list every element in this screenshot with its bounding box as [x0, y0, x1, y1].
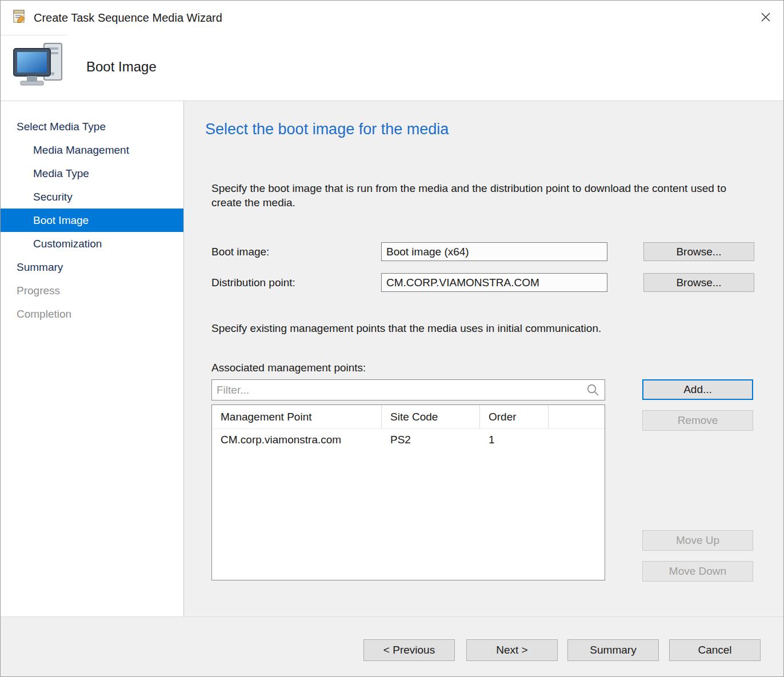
cell-order: 1 — [480, 429, 549, 451]
filter-box — [211, 379, 605, 400]
remove-button: Remove — [642, 410, 753, 431]
associated-management-points-label: Associated management points: — [211, 362, 366, 374]
management-points-intro: Specify existing management points that … — [211, 322, 601, 335]
page-title: Boot Image — [86, 59, 157, 75]
table-header: Management Point Site Code Order — [212, 405, 605, 429]
summary-button[interactable]: Summary — [567, 639, 659, 661]
sidebar-item-select-media-type[interactable]: Select Media Type — [1, 115, 183, 138]
cancel-button[interactable]: Cancel — [669, 639, 761, 661]
sidebar-item-security[interactable]: Security — [1, 185, 183, 209]
column-header-management-point[interactable]: Management Point — [212, 405, 382, 428]
table-row[interactable]: CM.corp.viamonstra.com PS2 1 — [212, 429, 605, 451]
wizard-steps-sidebar: Select Media Type Media Management Media… — [1, 101, 184, 616]
sidebar-item-progress: Progress — [1, 279, 183, 302]
add-button[interactable]: Add... — [642, 379, 753, 400]
cell-site-code: PS2 — [382, 429, 480, 451]
distribution-point-input[interactable] — [381, 273, 607, 292]
move-down-button: Move Down — [642, 561, 753, 582]
sidebar-item-customization[interactable]: Customization — [1, 232, 183, 255]
management-points-table: Management Point Site Code Order CM.corp… — [211, 404, 605, 580]
divider — [1, 35, 67, 35]
cell-management-point: CM.corp.viamonstra.com — [212, 429, 382, 451]
title-bar: Create Task Sequence Media Wizard — [1, 1, 783, 35]
computer-icon — [12, 41, 67, 97]
intro-text: Specify the boot image that is run from … — [211, 181, 749, 210]
sidebar-item-media-management[interactable]: Media Management — [1, 138, 183, 162]
window-title: Create Task Sequence Media Wizard — [34, 11, 756, 25]
previous-button[interactable]: < Previous — [363, 639, 455, 661]
close-button[interactable] — [756, 8, 775, 27]
boot-image-browse-button[interactable]: Browse... — [643, 242, 754, 261]
boot-image-row: Boot image: Browse... — [211, 242, 754, 261]
close-icon — [761, 12, 771, 24]
distribution-point-row: Distribution point: Browse... — [211, 273, 754, 292]
sidebar-item-completion: Completion — [1, 302, 183, 326]
wizard-header: Boot Image — [1, 35, 783, 101]
boot-image-input[interactable] — [381, 242, 607, 261]
sidebar-item-media-type[interactable]: Media Type — [1, 162, 183, 185]
wizard-footer: < Previous Next > Summary Cancel — [1, 616, 783, 676]
boot-image-label: Boot image: — [211, 246, 381, 258]
filter-input[interactable] — [211, 379, 605, 400]
wizard-window: Create Task Sequence Media Wizard — [0, 0, 784, 677]
page-heading: Select the boot image for the media — [205, 121, 449, 138]
distribution-point-browse-button[interactable]: Browse... — [643, 273, 754, 292]
distribution-point-label: Distribution point: — [211, 277, 381, 289]
sidebar-item-summary[interactable]: Summary — [1, 255, 183, 279]
wizard-content: Select the boot image for the media Spec… — [184, 101, 783, 616]
wizard-body: Select Media Type Media Management Media… — [1, 101, 783, 616]
move-up-button: Move Up — [642, 530, 753, 551]
column-header-site-code[interactable]: Site Code — [382, 405, 480, 428]
next-button[interactable]: Next > — [466, 639, 558, 661]
sidebar-item-boot-image[interactable]: Boot Image — [1, 209, 183, 232]
search-icon — [586, 383, 600, 399]
column-header-order[interactable]: Order — [480, 405, 549, 428]
wizard-icon — [12, 9, 27, 26]
